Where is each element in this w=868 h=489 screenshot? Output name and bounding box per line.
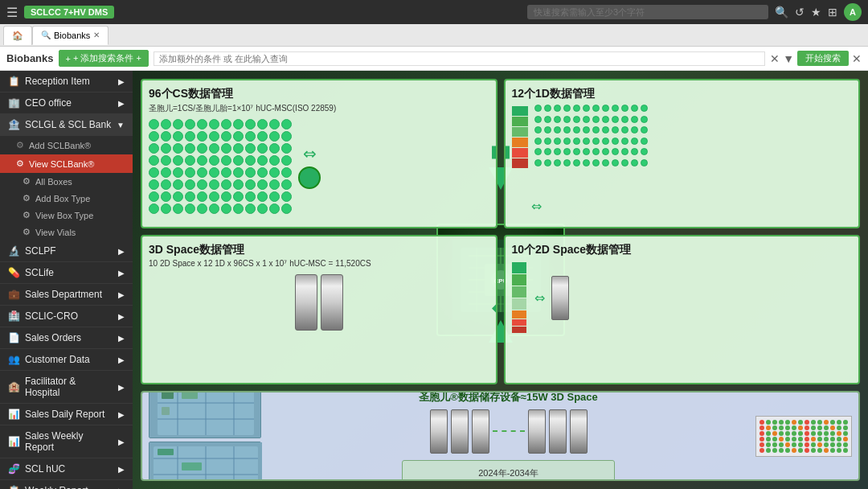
sample-dot xyxy=(173,143,183,154)
star-icon[interactable]: ★ xyxy=(811,6,821,18)
sidebar-item-sclgl-scl-bank[interactable]: 🏦 SCLGL & SCL Bank ▼ xyxy=(0,114,133,136)
biobanks-search-icon: 🔍 xyxy=(41,31,51,39)
sidebar-item-add-box-type[interactable]: ⚙ Add Box Type xyxy=(0,190,133,207)
sidebar-item-add-sclbank[interactable]: ⚙ Add SCLBank® xyxy=(0,136,133,154)
global-search-input[interactable] xyxy=(527,5,768,19)
mini-dot xyxy=(760,425,764,430)
sample-dot xyxy=(185,131,195,142)
clear-search-button[interactable]: ✕ xyxy=(770,52,780,65)
sidebar-item-label: SCL hUC xyxy=(25,463,65,475)
close-search-button[interactable]: ✕ xyxy=(852,52,862,65)
sidebar-item-weekly-report[interactable]: 📋 Weekly Report ▶ xyxy=(0,480,133,489)
mini-dot xyxy=(785,442,790,447)
sclife-icon: 💊 xyxy=(8,267,20,278)
sample-dot xyxy=(233,179,244,190)
sidebar-item-sclife[interactable]: 💊 SCLife ▶ xyxy=(0,262,133,284)
chevron-right-icon: ▶ xyxy=(118,355,125,364)
sample-dot xyxy=(233,119,244,129)
sidebar-item-sales-orders[interactable]: 📄 Sales Orders ▶ xyxy=(0,327,133,349)
hamburger-icon[interactable]: ☰ xyxy=(6,5,18,20)
mini-dot xyxy=(837,431,841,436)
sidebar-item-label: View SCLBank® xyxy=(29,159,94,169)
search-icon[interactable]: 🔍 xyxy=(775,6,788,18)
grid-icon[interactable]: ⊞ xyxy=(828,6,837,18)
sidebar-item-sales-department[interactable]: 💼 Sales Department ▶ xyxy=(0,284,133,306)
sample-dot-1d xyxy=(544,159,551,166)
tab-home[interactable]: 🏠 xyxy=(3,26,32,45)
sidebar-item-view-sclbank[interactable]: ⚙ View SCLBank® xyxy=(0,154,133,173)
sidebar-item-sales-daily-report[interactable]: 📊 Sales Daily Report ▶ xyxy=(0,404,133,425)
sample-dot xyxy=(209,203,219,214)
chevron-right-icon: ▶ xyxy=(118,438,125,446)
cryo-units-3d xyxy=(149,274,489,331)
sample-dot xyxy=(185,179,195,190)
cryo-units-row xyxy=(268,409,749,454)
sample-dot xyxy=(209,179,219,190)
sample-dot xyxy=(173,131,183,142)
panel-96cs-title: 96个CS数据管理 xyxy=(149,87,489,101)
sample-dot xyxy=(269,131,280,142)
sample-dot xyxy=(185,203,195,214)
mini-dot xyxy=(843,431,848,436)
mini-dot xyxy=(760,442,764,447)
sample-dot-1d xyxy=(631,148,638,155)
dot-grid-96 xyxy=(149,119,292,214)
sample-dot-1d xyxy=(602,159,609,166)
sidebar-item-scl-huc[interactable]: 🧬 SCL hUC ▶ xyxy=(0,458,133,480)
chevron-right-icon: ▶ xyxy=(118,290,125,299)
search-button[interactable]: 开始搜索 xyxy=(797,51,849,66)
sample-dot xyxy=(269,167,280,178)
svg-rect-35 xyxy=(158,449,174,455)
panel-3d-subtitle: 10 2D Space x 12 1D x 96CS x 1 x 10⁷ hUC… xyxy=(149,259,489,268)
mini-dot xyxy=(824,420,829,425)
mini-dot xyxy=(792,425,796,430)
sample-dot-1d xyxy=(641,159,648,166)
mini-dot xyxy=(805,448,809,453)
user-avatar[interactable]: A xyxy=(844,3,862,21)
sclpf-icon: 🔬 xyxy=(8,245,20,257)
sidebar-item-reception-item[interactable]: 📋 Reception Item ▶ xyxy=(0,71,133,92)
sample-dot xyxy=(197,131,207,142)
facility-map-2 xyxy=(149,442,261,481)
mini-dot xyxy=(824,448,829,453)
sidebar-item-facilitator-hospital[interactable]: 🏨 Facilitator & Hospital ▶ xyxy=(0,371,133,404)
sample-dot-1d xyxy=(554,126,561,134)
refresh-icon[interactable]: ↺ xyxy=(795,6,805,18)
bottom-info-panel: 2012年1月1日-2024年5月31日 圣胞儿®数据储存设备≈15W 3D S… xyxy=(141,391,860,481)
sidebar-item-view-vials[interactable]: ⚙ View Vials xyxy=(0,224,133,240)
toggle-search-button[interactable]: ▼ xyxy=(783,52,794,65)
sample-dot-1d xyxy=(592,159,600,166)
sample-dot xyxy=(149,131,159,142)
sidebar-item-sclic-cro[interactable]: 🏥 SCLIC-CRO ▶ xyxy=(0,306,133,327)
sample-dot xyxy=(209,131,219,142)
sidebar-item-view-box-type[interactable]: ⚙ View Box Type xyxy=(0,207,133,224)
mini-dot xyxy=(798,442,803,447)
chevron-right-icon: ▶ xyxy=(118,99,125,108)
sidebar-item-customer-data[interactable]: 👥 Customer Data ▶ xyxy=(0,349,133,371)
add-condition-button[interactable]: + + 添加搜索条件 + xyxy=(59,50,149,67)
sample-dot-1d xyxy=(631,159,638,166)
query-input[interactable] xyxy=(154,51,765,66)
sample-dot xyxy=(221,179,231,190)
sidebar-item-label: CEO office xyxy=(25,97,72,109)
panel-2d-space: 10个2D Space数据管理 ⇔ xyxy=(504,235,861,384)
gear-icon: ⚙ xyxy=(23,210,31,220)
daily-icon: 📊 xyxy=(8,409,20,420)
sample-dot-1d xyxy=(621,126,628,134)
tab-close-icon[interactable]: ✕ xyxy=(93,31,100,39)
mini-dot xyxy=(805,437,809,442)
sample-dot xyxy=(149,119,159,129)
sidebar-item-sales-weekly-report[interactable]: 📊 Sales Weekly Report ▶ xyxy=(0,425,133,458)
sidebar-item-ceo-office[interactable]: 🏢 CEO office ▶ xyxy=(0,92,133,114)
sample-dot xyxy=(209,167,219,178)
tab-biobanks[interactable]: 🔍 Biobanks ✕ xyxy=(32,26,108,45)
sample-dot xyxy=(233,191,244,202)
mini-dot xyxy=(843,437,848,442)
sample-dot-1d xyxy=(554,116,561,123)
sample-dot xyxy=(281,119,292,129)
sidebar-item-sclpf[interactable]: 🔬 SCLPF ▶ xyxy=(0,240,133,262)
sample-dot-1d xyxy=(573,105,580,112)
sidebar-item-all-boxes[interactable]: ⚙ All Boxes xyxy=(0,173,133,190)
mini-dot xyxy=(805,425,809,430)
sample-dot-1d xyxy=(631,138,638,145)
